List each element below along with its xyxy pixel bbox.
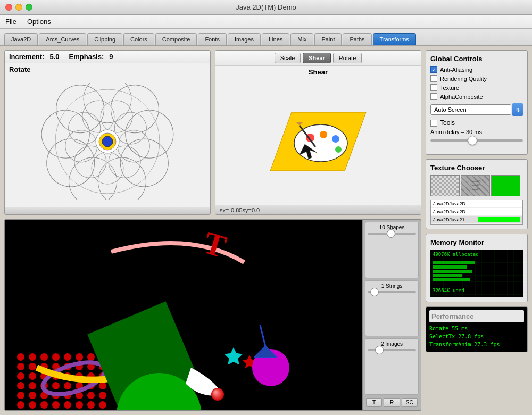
title-bar: Java 2D(TM) Demo <box>0 0 532 15</box>
texture-row[interactable]: Texture <box>430 84 523 91</box>
svg-point-3 <box>112 130 177 195</box>
anti-aliasing-checkbox[interactable] <box>430 66 437 73</box>
tools-checkbox[interactable] <box>430 120 437 127</box>
strings-track[interactable] <box>368 291 416 293</box>
texture-thumb-1[interactable] <box>430 175 460 196</box>
shear-svg <box>260 96 377 187</box>
anim-slider[interactable] <box>430 139 523 150</box>
memory-monitor-panel: Memory Monitor 49076K allocated <box>426 234 528 302</box>
svg-point-26 <box>332 135 339 143</box>
tab-clipping[interactable]: Clipping <box>87 33 122 45</box>
global-controls-title: Global Controls <box>430 55 523 63</box>
minimize-button[interactable] <box>15 4 22 11</box>
emphasis-value: 9 <box>109 53 113 61</box>
texture-item-3-label: Java2DJava21... <box>433 217 476 222</box>
shear-button[interactable]: Shear <box>303 53 331 63</box>
svg-point-20 <box>102 136 113 147</box>
tab-arcs-curves[interactable]: Arcs_Curves <box>39 33 86 45</box>
anim-track[interactable] <box>430 139 523 142</box>
increment-value: 5.0 <box>49 53 59 61</box>
shear-header: Scale Shear Rotate <box>215 51 421 66</box>
bottom-controls: 10 Shapes 1 Strings 2 Images <box>362 220 421 410</box>
texture-chooser-panel: Texture Chooser Java2DJava2DJava2D Java2… <box>426 159 528 229</box>
rendering-quality-label: Rendering Quality <box>440 76 487 82</box>
screen-dropdown-value: Auto Screen <box>434 106 467 113</box>
scene-canvas-element <box>5 220 362 410</box>
images-label: 2 Images <box>368 341 416 347</box>
screen-dropdown[interactable]: Auto Screen <box>430 104 511 115</box>
tab-lines[interactable]: Lines <box>262 33 289 45</box>
texture-chooser-title: Texture Chooser <box>430 164 523 172</box>
svg-rect-32 <box>433 261 475 264</box>
menu-file[interactable]: File <box>5 18 16 26</box>
btn-sc[interactable]: SC <box>402 398 418 407</box>
tab-paths[interactable]: Paths <box>343 33 371 45</box>
tab-fonts[interactable]: Fonts <box>198 33 227 45</box>
images-slider-group: 2 Images <box>365 338 419 395</box>
rendering-quality-row[interactable]: Rendering Quality <box>430 75 523 82</box>
rotate-button[interactable]: Rotate <box>333 53 362 63</box>
rotate-title: Rotate <box>5 63 210 76</box>
menu-options[interactable]: Options <box>27 18 51 26</box>
tab-paint[interactable]: Paint <box>314 33 342 45</box>
rotate-canvas <box>5 76 210 207</box>
monitor-canvas: 49076K allocated 32664K used <box>430 250 523 297</box>
rotate-svg <box>33 83 182 200</box>
shear-title: Shear <box>215 66 421 78</box>
anim-label: Anim delay = 30 ms <box>430 129 523 135</box>
strings-thumb[interactable] <box>370 288 379 296</box>
alpha-composite-row[interactable]: AlphaComposite <box>430 93 523 100</box>
perf-line-2: SelectTx 27.8 fps <box>429 333 524 341</box>
images-track[interactable] <box>368 349 416 351</box>
tab-mix[interactable]: Mix <box>290 33 313 45</box>
alpha-composite-checkbox[interactable] <box>430 93 437 100</box>
anti-aliasing-row[interactable]: Anti-Aliasing <box>430 66 523 73</box>
emphasis-label: Emphasis: <box>69 53 104 61</box>
images-thumb[interactable] <box>375 346 384 354</box>
tab-transforms[interactable]: Transforms <box>373 33 416 45</box>
btn-r[interactable]: R <box>384 398 400 407</box>
svg-point-7 <box>38 106 93 161</box>
texture-list-item-1[interactable]: Java2DJava2D <box>431 200 522 208</box>
top-demos: Increment: 5.0 Emphasis: 9 Rotate <box>4 50 421 215</box>
close-button[interactable] <box>5 4 12 11</box>
tab-colors[interactable]: Colors <box>123 33 154 45</box>
anim-thumb[interactable] <box>468 136 477 145</box>
performance-panel: Performance Rotate 55 ms SelectTx 27.8 f… <box>426 306 528 352</box>
tab-images[interactable]: Images <box>228 33 261 45</box>
shear-canvas <box>215 78 421 205</box>
scale-button[interactable]: Scale <box>275 53 301 63</box>
texture-list-item-2[interactable]: Java2DJava2D <box>431 208 522 216</box>
maximize-button[interactable] <box>26 4 32 11</box>
texture-list-item-3[interactable]: Java2DJava21... <box>431 216 522 224</box>
texture-thumb-2[interactable]: Java2DJava2DJava2D <box>461 175 490 196</box>
texture-item-2-label: Java2DJava2D <box>433 209 520 214</box>
alpha-composite-label: AlphaComposite <box>440 94 483 100</box>
window-controls[interactable] <box>5 4 32 11</box>
monitor-grid-svg: 32664K used <box>430 250 523 297</box>
shapes-track[interactable] <box>368 233 416 235</box>
bottom-buttons-row: T R SC <box>365 397 419 408</box>
tools-row[interactable]: Tools <box>430 119 523 127</box>
strings-slider-group: 1 Strings <box>365 280 419 337</box>
texture-thumb-3[interactable] <box>491 175 520 196</box>
perf-line-3: TransformAnim 27.3 fps <box>429 341 524 348</box>
svg-point-4 <box>92 151 153 200</box>
shear-demo-box: Scale Shear Rotate Shear <box>215 50 421 215</box>
tab-java2d[interactable]: Java2D <box>4 33 38 45</box>
global-controls-panel: Global Controls Anti-Aliasing Rendering … <box>426 50 528 155</box>
tab-composite[interactable]: Composite <box>155 33 197 45</box>
texture-color-bar <box>478 217 520 222</box>
svg-point-0 <box>84 83 131 123</box>
shapes-thumb[interactable] <box>387 229 395 238</box>
texture-checkbox[interactable] <box>430 84 437 91</box>
btn-t[interactable]: T <box>366 398 382 407</box>
rotate-footer <box>5 207 210 214</box>
svg-point-5 <box>62 151 123 200</box>
dropdown-arrow-icon[interactable]: ⇅ <box>512 103 523 116</box>
texture-list: Java2DJava2D Java2DJava2D Java2DJava21..… <box>430 200 523 225</box>
rendering-quality-checkbox[interactable] <box>430 75 437 82</box>
right-panel: Global Controls Anti-Aliasing Rendering … <box>426 50 528 411</box>
tab-bar: Java2D Arcs_Curves Clipping Colors Compo… <box>0 29 532 46</box>
svg-point-2 <box>122 106 177 161</box>
